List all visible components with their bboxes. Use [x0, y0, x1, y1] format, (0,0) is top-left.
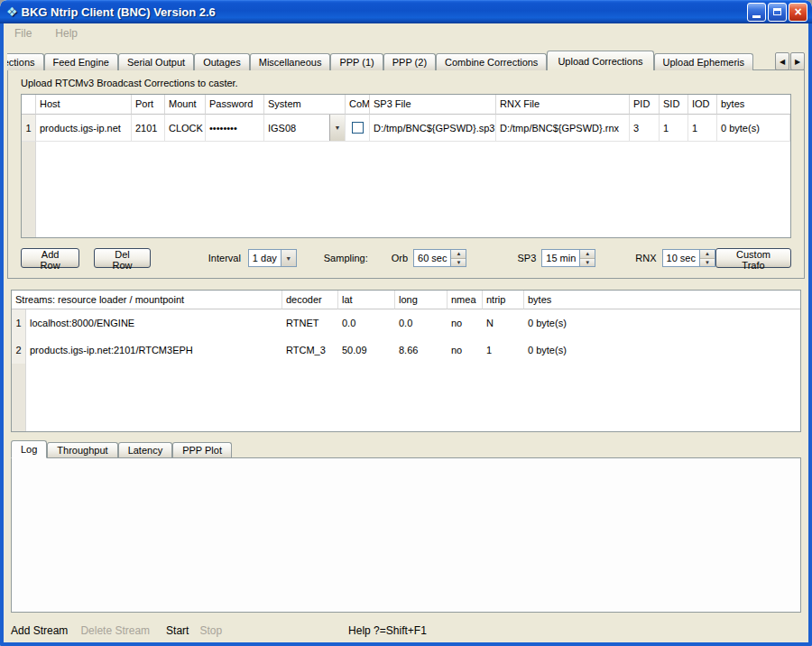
tab-corrections[interactable]: rections: [7, 53, 44, 70]
delete-stream-button[interactable]: Delete Stream: [80, 624, 150, 637]
orb-sampling-spinner[interactable]: 60 sec ▲ ▼: [413, 249, 466, 267]
com-checkbox[interactable]: [352, 122, 364, 134]
header-decoder: decoder: [282, 291, 338, 309]
sp3-sampling-spinner[interactable]: 15 min ▲ ▼: [541, 249, 595, 267]
spin-down-icon[interactable]: ▼: [451, 258, 466, 267]
interval-value: 1 day: [249, 250, 281, 266]
tab-upload-ephemeris[interactable]: Upload Ephemeris: [654, 53, 754, 70]
cell-lat[interactable]: 0.0: [338, 309, 395, 337]
spin-up-icon[interactable]: ▲: [580, 250, 595, 258]
cell-bytes: 0 byte(s): [524, 337, 800, 364]
close-button[interactable]: ×: [789, 3, 807, 22]
cell-mount[interactable]: CLOCK: [165, 115, 206, 142]
cell-ntrip[interactable]: 1: [483, 337, 524, 364]
orb-value: 60 sec: [414, 250, 450, 266]
help-shortcut-text: Help ?=Shift+F1: [348, 624, 427, 637]
cell-sid[interactable]: 1: [660, 115, 688, 142]
cell-system-select[interactable]: IGS08 ▼: [264, 115, 346, 142]
cell-nmea[interactable]: no: [448, 309, 483, 337]
start-button[interactable]: Start: [166, 624, 189, 637]
cell-long[interactable]: 8.66: [395, 337, 448, 364]
cell-decoder[interactable]: RTNET: [282, 309, 338, 337]
spin-up-icon[interactable]: ▲: [451, 250, 466, 258]
bottom-tab-throughput[interactable]: Throughput: [47, 442, 117, 457]
cell-bytes: 0 byte(s): [717, 115, 790, 142]
row-number: 2: [12, 337, 26, 364]
tab-combine-corrections[interactable]: Combine Corrections: [436, 53, 547, 70]
spin-down-icon[interactable]: ▼: [580, 258, 595, 267]
header-sp3-file: SP3 File: [370, 95, 496, 115]
cell-decoder[interactable]: RTCM_3: [282, 337, 338, 364]
chevron-down-icon[interactable]: ▼: [329, 115, 345, 141]
orb-label: Orb: [392, 253, 408, 263]
titlebar[interactable]: ❖ BKG Ntrip Client (BNC) Version 2.6 ×: [0, 0, 812, 23]
rnx-sampling-spinner[interactable]: 10 sec ▲ ▼: [662, 249, 715, 267]
tab-ppp-2[interactable]: PPP (2): [383, 53, 436, 70]
app-window: ❖ BKG Ntrip Client (BNC) Version 2.6 × F…: [0, 0, 812, 646]
header-com: CoM: [346, 95, 370, 115]
maximize-button[interactable]: [768, 3, 787, 22]
menu-file[interactable]: File: [11, 25, 35, 42]
stop-button[interactable]: Stop: [199, 624, 222, 637]
chevron-down-icon[interactable]: ▼: [281, 250, 296, 266]
cell-ntrip[interactable]: N: [483, 309, 524, 337]
tab-scroll-left-button[interactable]: ◀: [775, 52, 789, 70]
cell-iod[interactable]: 1: [688, 115, 717, 142]
header-password: Password: [206, 95, 264, 115]
tab-miscellaneous[interactable]: Miscellaneous: [250, 53, 331, 70]
vertical-header-fill: [12, 364, 26, 431]
spin-up-icon[interactable]: ▲: [700, 250, 715, 258]
tab-scrollers: ◀ ▶: [775, 52, 805, 70]
cell-pid[interactable]: 3: [630, 115, 660, 142]
cell-mountpoint[interactable]: localhost:8000/ENGINE: [26, 309, 282, 337]
cell-port[interactable]: 2101: [132, 115, 165, 142]
cell-nmea[interactable]: no: [448, 337, 483, 364]
spinner-buttons: ▲ ▼: [699, 250, 715, 266]
cell-sp3-file[interactable]: D:/tmp/BNC${GPSWD}.sp3: [370, 115, 496, 142]
add-stream-button[interactable]: Add Stream: [11, 624, 68, 637]
header-mount: Mount: [165, 95, 206, 115]
log-area[interactable]: [11, 457, 801, 613]
spin-down-icon[interactable]: ▼: [700, 258, 715, 267]
cell-password[interactable]: ••••••••: [206, 115, 264, 142]
tab-serial-output[interactable]: Serial Output: [118, 53, 194, 70]
header-port: Port: [132, 95, 165, 115]
window-title: BKG Ntrip Client (BNC) Version 2.6: [22, 5, 216, 19]
statusbar: Add Stream Delete Stream Start Stop Help…: [4, 619, 808, 642]
header-system: System: [264, 95, 346, 115]
tab-ppp-1[interactable]: PPP (1): [330, 53, 383, 70]
tab-upload-corrections[interactable]: Upload Corrections: [547, 51, 653, 70]
header-lat: lat: [338, 291, 395, 309]
header-pid: PID: [630, 95, 660, 115]
spinner-buttons: ▲ ▼: [450, 250, 466, 266]
cell-bytes: 0 byte(s): [524, 309, 800, 337]
tab-scroll-right-button[interactable]: ▶: [790, 52, 805, 70]
custom-trafo-button[interactable]: Custom Trafo: [715, 248, 791, 268]
bottom-tab-ppp-plot[interactable]: PPP Plot: [172, 442, 232, 457]
spinner-buttons: ▲ ▼: [579, 250, 595, 266]
cell-rnx-file[interactable]: D:/tmp/BNC${GPSWD}.rnx: [496, 115, 630, 142]
bottom-tab-log[interactable]: Log: [11, 440, 47, 458]
tab-strip: rections Feed Engine Serial Output Outag…: [7, 50, 773, 70]
header-sid: SID: [660, 95, 688, 115]
cell-lat[interactable]: 50.09: [338, 337, 395, 364]
header-bytes: bytes: [524, 291, 800, 309]
menu-help[interactable]: Help: [51, 25, 81, 42]
add-row-button[interactable]: Add Row: [21, 248, 79, 268]
minimize-button[interactable]: [747, 3, 766, 22]
header-mountpoint: Streams: resource loader / mountpoint: [12, 291, 282, 309]
cell-host[interactable]: products.igs-ip.net: [36, 115, 132, 142]
cell-mountpoint[interactable]: products.igs-ip.net:2101/RTCM3EPH: [26, 337, 282, 364]
sampling-label: Sampling:: [324, 253, 368, 263]
del-row-button[interactable]: Del Row: [94, 248, 151, 268]
bottom-tab-latency[interactable]: Latency: [118, 442, 173, 457]
header-host: Host: [36, 95, 132, 115]
tab-feed-engine[interactable]: Feed Engine: [44, 53, 118, 70]
rnx-label: RNX: [635, 253, 656, 263]
cell-com: [346, 115, 370, 142]
tab-outages[interactable]: Outages: [194, 53, 250, 70]
cell-long[interactable]: 0.0: [395, 309, 448, 337]
upload-table: Host Port Mount Password System CoM SP3 …: [21, 94, 791, 238]
header-ntrip: ntrip: [483, 291, 524, 309]
interval-select[interactable]: 1 day ▼: [248, 249, 297, 267]
